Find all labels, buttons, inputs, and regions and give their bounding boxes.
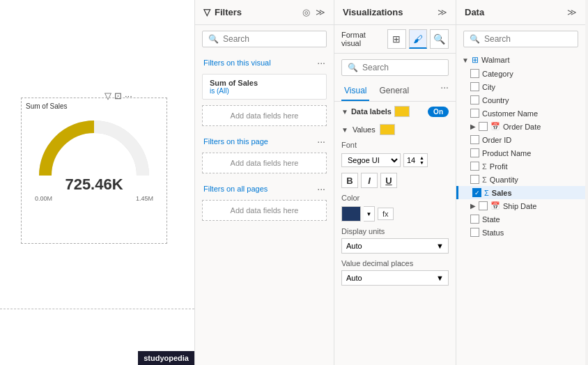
display-units-select[interactable]: Auto ▼ bbox=[341, 238, 449, 254]
visual-container[interactable]: Sum of Sales 725.46K 0.00M 1.45M bbox=[21, 98, 167, 244]
tab-visual[interactable]: Visual bbox=[341, 81, 369, 101]
data-labels-label: Data labels bbox=[351, 107, 392, 116]
filter-card-sales[interactable]: Sum of Sales is (All) bbox=[202, 74, 327, 100]
filters-header-icons: ◎ ≫ bbox=[302, 7, 325, 17]
checkbox-category[interactable] bbox=[470, 69, 479, 78]
checkbox-order-date[interactable] bbox=[479, 122, 488, 131]
filter-funnel-icon: ▽ bbox=[203, 7, 210, 17]
gauge-labels: 0.00M 1.45M bbox=[35, 195, 153, 202]
filter-card-subtitle: is (All) bbox=[210, 87, 319, 95]
data-search-box[interactable]: 🔍 bbox=[463, 31, 578, 47]
value-decimal-value: Auto bbox=[346, 274, 362, 282]
checkbox-order-id[interactable] bbox=[470, 135, 479, 144]
checkbox-city[interactable] bbox=[470, 82, 479, 91]
add-fields-visual[interactable]: Add data fields here bbox=[202, 105, 327, 126]
viz-search-box[interactable]: 🔍 bbox=[341, 59, 449, 76]
table-icon: ⊞ bbox=[472, 55, 479, 65]
order-date-chevron: ▶ bbox=[470, 123, 476, 130]
viz-tab-more[interactable]: ··· bbox=[440, 81, 449, 101]
viz-search-input[interactable] bbox=[362, 63, 442, 72]
gauge-svg bbox=[35, 113, 153, 182]
field-country[interactable]: Country bbox=[456, 93, 585, 107]
value-decimal-select[interactable]: Auto ▼ bbox=[341, 270, 449, 286]
filters-visual-menu[interactable]: ··· bbox=[317, 57, 325, 68]
field-city[interactable]: City bbox=[456, 80, 585, 93]
visual-title: Sum of Sales bbox=[26, 102, 162, 110]
viz-expand-icon[interactable]: ≫ bbox=[438, 7, 447, 17]
eye-icon[interactable]: ◎ bbox=[302, 7, 310, 17]
ship-date-chevron: ▶ bbox=[470, 202, 476, 210]
tab-general[interactable]: General bbox=[376, 81, 412, 101]
field-profit[interactable]: Σ Profit bbox=[456, 160, 585, 173]
checkbox-ship-date[interactable] bbox=[479, 201, 488, 210]
fx-btn[interactable]: fx bbox=[378, 208, 394, 220]
dotted-divider bbox=[0, 309, 194, 309]
data-labels-color-swatch[interactable] bbox=[394, 106, 410, 117]
field-category[interactable]: Category bbox=[456, 67, 585, 80]
value-decimal-label: Value decimal places bbox=[334, 256, 456, 269]
add-fields-all[interactable]: Add data fields here bbox=[202, 200, 327, 221]
font-family-select[interactable]: Segoe UI bbox=[341, 153, 401, 167]
checkbox-profit[interactable] bbox=[470, 162, 479, 171]
color-block[interactable] bbox=[341, 206, 361, 222]
field-order-id[interactable]: Order ID bbox=[456, 133, 585, 146]
fields-icon-btn[interactable]: ⊞ bbox=[387, 29, 406, 49]
field-ship-date[interactable]: ▶ 📅 Ship Date bbox=[456, 199, 585, 212]
checkbox-quantity[interactable] bbox=[470, 175, 479, 184]
filters-label: Filters bbox=[215, 7, 242, 17]
checkbox-state[interactable] bbox=[470, 215, 479, 224]
filters-title: ▽ Filters bbox=[203, 7, 242, 17]
field-status[interactable]: Status bbox=[456, 226, 585, 239]
add-fields-page[interactable]: Add data fields here bbox=[202, 153, 327, 173]
font-size-spinner[interactable]: ▲▼ bbox=[419, 155, 424, 165]
viz-header: Visualizations ≫ bbox=[334, 0, 456, 25]
checkbox-product-name[interactable] bbox=[470, 148, 479, 157]
data-search-input[interactable] bbox=[484, 34, 572, 44]
ship-date-calendar-icon: 📅 bbox=[490, 201, 500, 210]
bold-btn[interactable]: B bbox=[341, 173, 358, 188]
analytics-icon-btn[interactable]: 🔍 bbox=[430, 29, 449, 49]
color-dropdown-btn[interactable]: ▼ bbox=[364, 206, 375, 222]
field-quantity[interactable]: Σ Quantity bbox=[456, 173, 585, 186]
filters-panel-header: ▽ Filters ◎ ≫ bbox=[195, 0, 334, 25]
viz-search-icon: 🔍 bbox=[348, 63, 358, 72]
filters-all-menu[interactable]: ··· bbox=[317, 183, 325, 194]
filters-search-box[interactable]: 🔍 bbox=[202, 31, 327, 47]
checkbox-sales[interactable]: ✓ bbox=[472, 188, 481, 197]
gauge-min: 0.00M bbox=[35, 195, 52, 202]
viz-tabs: Visual General ··· bbox=[334, 81, 456, 102]
data-panel: Data ≫ 🔍 ▼ ⊞ Walmart Category City Count… bbox=[456, 0, 585, 365]
field-state[interactable]: State bbox=[456, 212, 585, 226]
format-icon-btn[interactable]: 🖌 bbox=[409, 29, 428, 49]
filters-page-menu[interactable]: ··· bbox=[317, 136, 325, 147]
underline-btn[interactable]: U bbox=[380, 173, 397, 188]
filter-card-title: Sum of Sales bbox=[210, 79, 319, 87]
checkbox-country[interactable] bbox=[470, 95, 479, 104]
field-product-name[interactable]: Product Name bbox=[456, 146, 585, 160]
field-sales[interactable]: ✓ Σ Sales bbox=[456, 186, 585, 199]
tree-walmart[interactable]: ▼ ⊞ Walmart bbox=[456, 53, 585, 67]
toggle-switch[interactable]: On bbox=[428, 107, 449, 117]
walmart-label: Walmart bbox=[481, 56, 510, 64]
field-order-date[interactable]: ▶ 📅 Order Date bbox=[456, 120, 585, 133]
field-customer-name[interactable]: Customer Name bbox=[456, 107, 585, 120]
data-labels-arrow: ▼ bbox=[341, 108, 348, 116]
display-units-arrow: ▼ bbox=[436, 242, 444, 250]
expand-icon[interactable]: ≫ bbox=[316, 7, 325, 17]
font-size-value: 14 bbox=[407, 156, 415, 164]
checkbox-customer-name[interactable] bbox=[470, 109, 479, 118]
search-icon: 🔍 bbox=[208, 34, 219, 44]
data-expand-icon[interactable]: ≫ bbox=[567, 7, 577, 17]
font-controls: Segoe UI 14 ▲▼ bbox=[334, 150, 456, 170]
data-labels-toggle[interactable]: ▼ Data labels On bbox=[334, 102, 456, 121]
filters-search-input[interactable] bbox=[223, 34, 320, 44]
italic-btn[interactable]: I bbox=[361, 173, 378, 188]
filters-on-page-label: Filters on this page ··· bbox=[195, 132, 334, 150]
toggle-on-label: On bbox=[428, 107, 449, 117]
font-size-control[interactable]: 14 ▲▼ bbox=[403, 153, 428, 167]
values-color-swatch[interactable] bbox=[380, 124, 395, 135]
checkbox-status[interactable] bbox=[470, 228, 479, 237]
gauge-max: 1.45M bbox=[136, 195, 153, 202]
data-title: Data bbox=[465, 7, 484, 17]
viz-title: Visualizations bbox=[343, 7, 403, 17]
